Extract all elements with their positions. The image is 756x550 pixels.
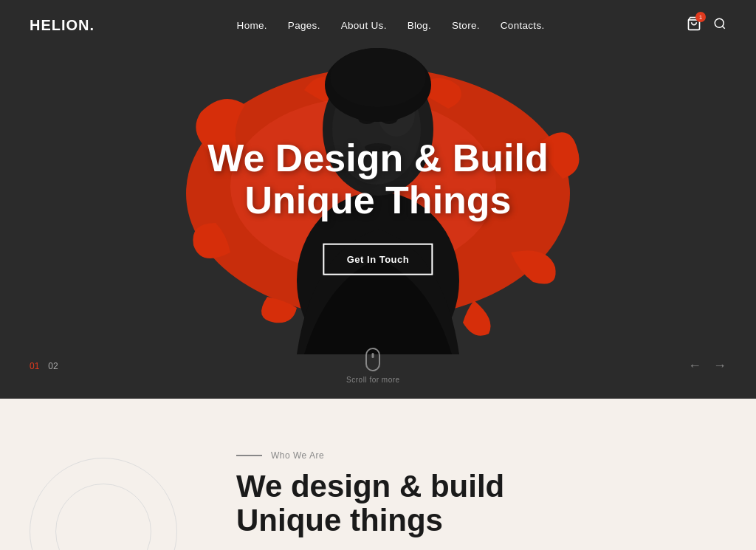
hero-bottom-controls: 01 02 Scroll for more ← → xyxy=(0,348,756,384)
prev-slide-button[interactable]: ← xyxy=(688,358,701,374)
search-button[interactable] xyxy=(713,17,726,33)
hero-cta-button[interactable]: Get In Touch xyxy=(323,244,433,275)
hero-title: We Design & Build Unique Things xyxy=(207,137,548,221)
svg-point-1 xyxy=(715,18,724,27)
who-section: Who We Are We design & build Unique thin… xyxy=(236,443,726,537)
circle-inner xyxy=(55,484,151,550)
hero-title-line1: We Design & Build xyxy=(207,137,548,179)
who-title-line2: Unique things xyxy=(236,503,443,537)
hero-content: We Design & Build Unique Things Get In T… xyxy=(207,137,548,275)
who-line-decoration xyxy=(236,455,262,456)
slide-number-1[interactable]: 01 xyxy=(30,361,39,371)
hero-nav-arrows: ← → xyxy=(688,358,726,374)
who-title: We design & build Unique things xyxy=(236,470,726,537)
hero-section: HELION. Home. Pages. About Us. Blog. Sto… xyxy=(0,0,756,399)
below-fold-section: Development Who We Are We design & build… xyxy=(0,399,756,550)
nav-contacts[interactable]: Contacts. xyxy=(501,20,545,31)
mouse-icon xyxy=(365,348,380,371)
site-logo[interactable]: HELION. xyxy=(30,17,94,34)
who-we-are-label-row: Who We Are xyxy=(236,450,726,461)
nav-store[interactable]: Store. xyxy=(452,20,480,31)
scroll-text: Scroll for more xyxy=(346,376,400,384)
circle-decoration: Development xyxy=(30,458,177,550)
slide-indicators: 01 02 xyxy=(30,361,58,371)
header-icons: 1 xyxy=(687,16,726,34)
cart-button[interactable]: 1 xyxy=(687,16,701,34)
nav-blog[interactable]: Blog. xyxy=(408,20,431,31)
nav-home[interactable]: Home. xyxy=(237,20,267,31)
hero-title-line2: Unique Things xyxy=(244,179,511,221)
nav-about[interactable]: About Us. xyxy=(341,20,387,31)
who-title-line1: We design & build xyxy=(236,469,504,503)
next-slide-button[interactable]: → xyxy=(713,358,726,374)
svg-point-13 xyxy=(330,48,426,107)
slide-number-2[interactable]: 02 xyxy=(48,361,58,371)
main-nav: Home. Pages. About Us. Blog. Store. Cont… xyxy=(237,20,545,31)
scroll-hint: Scroll for more xyxy=(346,348,400,384)
cart-badge: 1 xyxy=(695,12,706,22)
main-header: HELION. Home. Pages. About Us. Blog. Sto… xyxy=(0,0,756,50)
nav-pages[interactable]: Pages. xyxy=(288,20,320,31)
who-we-are-label: Who We Are xyxy=(271,450,324,461)
